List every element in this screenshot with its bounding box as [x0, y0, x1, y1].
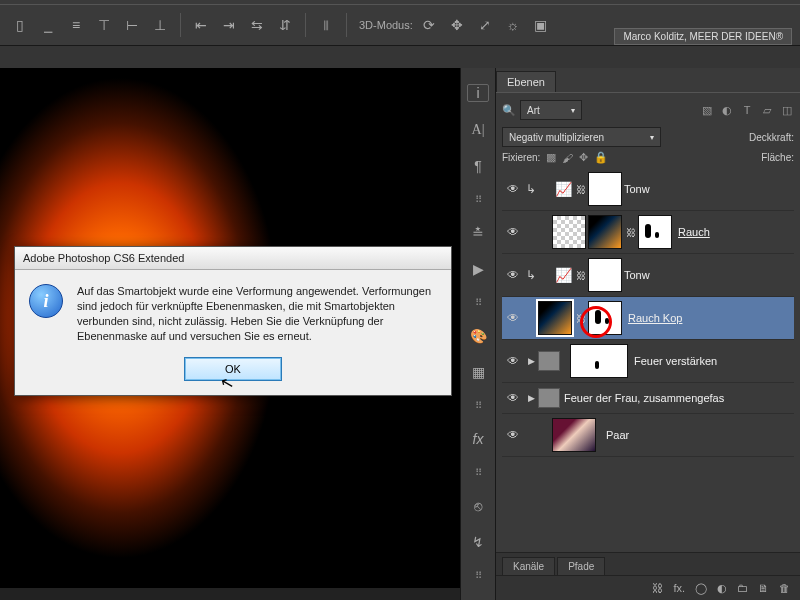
layer-name[interactable]: Rauch Kop — [628, 312, 682, 324]
folder-icon — [538, 351, 560, 371]
play-panel-icon[interactable]: ▶ — [464, 261, 492, 277]
layer-name[interactable]: Tonw — [624, 183, 650, 195]
visibility-toggle[interactable]: 👁 — [502, 428, 524, 442]
menu-help[interactable]: Hilfe — [149, 0, 171, 2]
light-icon[interactable]: ☼ — [501, 13, 525, 37]
menu-window[interactable]: Fenster — [94, 0, 131, 2]
mask-thumb[interactable] — [570, 344, 628, 378]
opacity-label: Deckkraft: — [749, 132, 794, 143]
align-bottom-icon[interactable]: ⊥ — [148, 13, 172, 37]
layer-row[interactable]: 👁 ⛓ Rauch — [502, 211, 794, 254]
align-right-icon[interactable]: ≡ — [64, 13, 88, 37]
align-top-icon[interactable]: ⊤ — [92, 13, 116, 37]
dock-separator: ⠿ — [475, 194, 482, 205]
filter-kind-dropdown[interactable]: Art▾ — [520, 100, 582, 120]
orbit-icon[interactable]: ⟳ — [417, 13, 441, 37]
brush-panel-icon[interactable]: ⎋ — [464, 498, 492, 514]
link-icon[interactable]: ⛓ — [574, 270, 588, 281]
visibility-toggle[interactable]: 👁 — [502, 182, 524, 196]
filter-type-icon[interactable]: T — [740, 104, 754, 117]
filter-shape-icon[interactable]: ▱ — [760, 104, 774, 117]
camera-icon[interactable]: ▣ — [529, 13, 553, 37]
pan-icon[interactable]: ✥ — [445, 13, 469, 37]
distribute-space-icon[interactable]: ⫴ — [314, 13, 338, 37]
distribute-1-icon[interactable]: ⇤ — [189, 13, 213, 37]
lock-pixels-icon[interactable]: 🖌 — [562, 152, 573, 164]
lock-position-icon[interactable]: ✥ — [579, 151, 588, 164]
layer-name[interactable]: Tonw — [624, 269, 650, 281]
new-group-icon[interactable]: 🗀 — [737, 582, 748, 594]
link-layers-icon[interactable]: ⛓ — [652, 582, 663, 594]
disclosure-triangle[interactable]: ▶ — [524, 393, 538, 403]
character-panel-icon[interactable]: A| — [464, 122, 492, 138]
layer-thumb[interactable] — [552, 215, 586, 249]
visibility-toggle[interactable]: 👁 — [502, 311, 524, 325]
mask-thumb[interactable] — [638, 215, 672, 249]
layer-name[interactable]: Rauch — [678, 226, 710, 238]
ok-button[interactable]: OK — [184, 357, 282, 381]
user-badge[interactable]: Marco Kolditz, MEER DER IDEEN® — [614, 28, 792, 45]
curves-adjustment-icon: 📈 — [552, 267, 574, 283]
link-icon[interactable]: ⛓ — [624, 227, 638, 238]
filter-adjust-icon[interactable]: ◐ — [720, 104, 734, 117]
dialog-title: Adobe Photoshop CS6 Extended — [15, 247, 451, 270]
blend-mode-dropdown[interactable]: Negativ multiplizieren▾ — [502, 127, 661, 147]
new-adjustment-icon[interactable]: ◐ — [717, 582, 727, 595]
delete-layer-icon[interactable]: 🗑 — [779, 582, 790, 594]
layer-thumb[interactable] — [552, 418, 596, 452]
tab-layers[interactable]: Ebenen — [496, 71, 556, 92]
filter-smart-icon[interactable]: ◫ — [780, 104, 794, 117]
visibility-toggle[interactable]: 👁 — [502, 391, 524, 405]
lock-all-icon[interactable]: 🔒 — [594, 151, 608, 164]
curves-adjustment-icon: 📈 — [552, 181, 574, 197]
clip-indicator-icon: ↳ — [524, 268, 538, 282]
layer-row[interactable]: 👁 ▶ Feuer verstärken — [502, 340, 794, 383]
mask-thumb[interactable] — [588, 258, 622, 292]
search-icon: 🔍 — [502, 104, 516, 117]
adjustments-panel-icon[interactable]: ≛ — [464, 225, 492, 241]
menu-3d[interactable]: 3D — [8, 0, 22, 2]
tab-paths[interactable]: Pfade — [557, 557, 605, 575]
distribute-2-icon[interactable]: ⇥ — [217, 13, 241, 37]
align-center-icon[interactable]: ⎯ — [36, 13, 60, 37]
canvas[interactable]: Adobe Photoshop CS6 Extended i Auf das S… — [0, 68, 460, 600]
disclosure-triangle[interactable]: ▶ — [524, 356, 538, 366]
new-layer-icon[interactable]: 🗎 — [758, 582, 769, 594]
layer-row[interactable]: 👁 ⛓ Rauch Kop — [502, 297, 794, 340]
info-panel-icon[interactable]: i — [467, 84, 489, 102]
layer-name[interactable]: Feuer der Frau, zusammengefas — [564, 392, 724, 404]
visibility-toggle[interactable]: 👁 — [502, 225, 524, 239]
add-mask-icon[interactable]: ◯ — [695, 582, 707, 595]
layer-name[interactable]: Paar — [606, 429, 629, 441]
visibility-toggle[interactable]: 👁 — [502, 354, 524, 368]
dock-separator: ⠿ — [475, 400, 482, 411]
distribute-4-icon[interactable]: ⇵ — [273, 13, 297, 37]
visibility-toggle[interactable]: 👁 — [502, 268, 524, 282]
layer-row[interactable]: 👁 Paar — [502, 414, 794, 457]
swatches-panel-icon[interactable]: ▦ — [464, 364, 492, 380]
filter-pixel-icon[interactable]: ▧ — [700, 104, 714, 117]
align-middle-icon[interactable]: ⊢ — [120, 13, 144, 37]
align-left-icon[interactable]: ▯ — [8, 13, 32, 37]
layer-thumb[interactable] — [538, 301, 572, 335]
link-icon[interactable]: ⛓ — [574, 313, 588, 324]
layer-row[interactable]: 👁 ↳ 📈 ⛓ Tonw — [502, 254, 794, 297]
paragraph-panel-icon[interactable]: ¶ — [464, 158, 492, 174]
mask-thumb[interactable] — [588, 301, 622, 335]
menu-view[interactable]: Ansicht — [40, 0, 76, 2]
mask-thumb[interactable] — [588, 172, 622, 206]
color-panel-icon[interactable]: 🎨 — [464, 328, 492, 344]
tool-presets-icon[interactable]: ↯ — [464, 534, 492, 550]
link-icon[interactable]: ⛓ — [574, 184, 588, 195]
styles-panel-icon[interactable]: fx — [464, 431, 492, 447]
lock-transparency-icon[interactable]: ▩ — [546, 151, 556, 164]
bottom-tab-row: Kanäle Pfade — [496, 552, 800, 575]
layer-row[interactable]: 👁 ↳ 📈 ⛓ Tonw — [502, 168, 794, 211]
zoom-icon[interactable]: ⤢ — [473, 13, 497, 37]
layer-thumb[interactable] — [588, 215, 622, 249]
layer-name[interactable]: Feuer verstärken — [634, 355, 717, 367]
fx-menu-icon[interactable]: fx. — [673, 582, 685, 594]
distribute-3-icon[interactable]: ⇆ — [245, 13, 269, 37]
layer-row[interactable]: 👁 ▶ Feuer der Frau, zusammengefas — [502, 383, 794, 414]
tab-channels[interactable]: Kanäle — [502, 557, 555, 575]
